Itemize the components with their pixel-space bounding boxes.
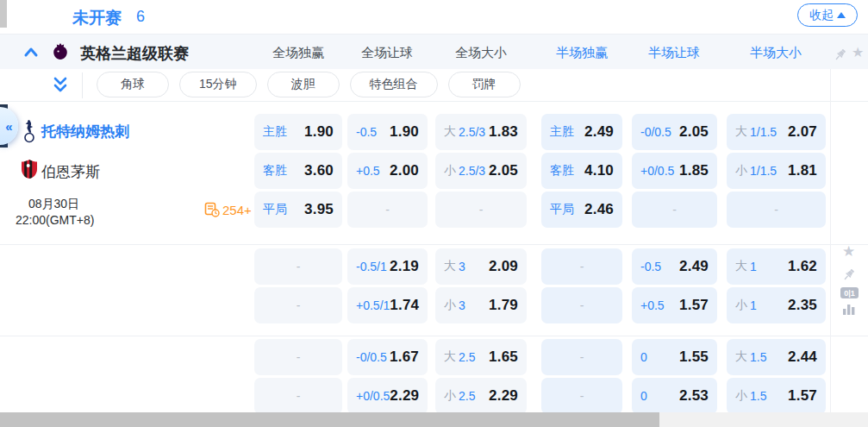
- market-header-ft-ou[interactable]: 全场大小: [440, 45, 522, 61]
- odds-cell[interactable]: +0/0.52.29: [347, 378, 428, 414]
- selection-label: 3: [459, 260, 465, 273]
- odds-cell[interactable]: -0/0.52.05: [632, 114, 717, 150]
- odds-cell[interactable]: 大32.09: [435, 248, 527, 285]
- chevron-up-icon[interactable]: [23, 46, 39, 58]
- away-team-crest-icon: [21, 159, 38, 179]
- odds-cell-empty: -: [541, 287, 622, 323]
- odds-value: 2.19: [390, 258, 419, 275]
- odds-cell[interactable]: 大1.52.44: [727, 339, 826, 375]
- odds-cell[interactable]: 大11.62: [727, 248, 826, 285]
- odds-cell[interactable]: +0/0.51.85: [632, 153, 717, 189]
- odds-cell[interactable]: 小1.51.57: [727, 378, 826, 414]
- odds-cell[interactable]: +0.52.00: [347, 153, 428, 189]
- odds-cell[interactable]: 小2.5/32.05: [435, 153, 527, 189]
- tab-correct-score[interactable]: 波胆: [267, 72, 340, 97]
- tab-15min[interactable]: 15分钟: [179, 72, 257, 97]
- divider: [0, 244, 868, 245]
- pin-icon[interactable]: [834, 48, 847, 62]
- home-team-name[interactable]: 托特纳姆热刺: [41, 122, 129, 141]
- selection-label: 1: [750, 260, 757, 273]
- favorite-star-icon[interactable]: ★: [842, 242, 855, 261]
- odds-cell[interactable]: +0.5/11.74: [347, 287, 428, 323]
- expand-sidebar-handle[interactable]: «: [0, 107, 18, 145]
- tab-cards[interactable]: 罚牌: [448, 72, 521, 97]
- odds-value: 1.57: [679, 297, 709, 314]
- selection-label: -0/0.5: [356, 350, 387, 364]
- odds-cell[interactable]: 客胜4.10: [541, 153, 622, 189]
- odds-cell[interactable]: 平局3.95: [254, 192, 342, 228]
- odds-cell[interactable]: 客胜3.60: [254, 153, 342, 189]
- odds-value: 2.46: [584, 201, 614, 218]
- odds-cell[interactable]: 大2.5/31.83: [435, 114, 527, 150]
- odds-cell[interactable]: -0/0.51.67: [347, 339, 428, 375]
- premier-league-logo-icon: [52, 42, 69, 61]
- odds-cell-empty: -: [347, 192, 428, 228]
- league-name[interactable]: 英格兰超级联赛: [80, 43, 189, 64]
- ou-direction-label: 小: [735, 388, 747, 404]
- odds-value: 1.81: [788, 162, 817, 179]
- selection-label: 主胜: [550, 124, 574, 140]
- more-markets-count: 254+: [222, 203, 252, 217]
- away-team-name[interactable]: 伯恩茅斯: [41, 162, 100, 182]
- odds-cell-empty: -: [254, 339, 342, 375]
- selection-label: 2.5: [459, 389, 475, 403]
- odds-cell[interactable]: 主胜1.90: [254, 114, 342, 150]
- odds-cell[interactable]: -0.51.90: [347, 114, 428, 150]
- divider: [0, 101, 868, 102]
- tab-specials[interactable]: 特色组合: [350, 72, 438, 97]
- odds-value: 2.07: [788, 123, 817, 141]
- double-chevron-down-icon[interactable]: [51, 75, 70, 96]
- selection-label: -0.5: [640, 260, 661, 273]
- left-scrollbar-thumb[interactable]: [0, 0, 7, 28]
- selection-label: 1/1.5: [750, 125, 777, 139]
- selection-label: 客胜: [263, 163, 287, 179]
- odds-value: 2.53: [679, 387, 709, 405]
- collapse-all-button[interactable]: 收起: [797, 3, 858, 27]
- odds-cell-empty: -: [254, 287, 342, 323]
- odds-cell[interactable]: 平局2.46: [541, 192, 622, 228]
- market-header-ft-1x2[interactable]: 全场独赢: [257, 45, 340, 61]
- selection-label: 1/1.5: [750, 164, 777, 178]
- star-icon[interactable]: ★: [852, 44, 864, 60]
- selection-label: 3: [459, 298, 465, 312]
- odds-cell[interactable]: 01.55: [632, 339, 717, 375]
- selection-label: +0/0.5: [356, 389, 390, 403]
- market-header-ht-handicap[interactable]: 半场让球: [633, 45, 715, 61]
- odds-cell[interactable]: 小2.52.29: [435, 378, 527, 414]
- odds-cell[interactable]: 大2.51.65: [435, 339, 527, 375]
- selection-label: 0: [640, 350, 647, 364]
- odds-cell[interactable]: 主胜2.49: [541, 114, 622, 150]
- odds-cell[interactable]: -0.5/12.19: [347, 248, 428, 285]
- selection-label: 主胜: [263, 124, 287, 140]
- selection-label: 平局: [550, 202, 574, 217]
- ou-direction-label: 大: [444, 259, 456, 274]
- market-header-ht-ou[interactable]: 半场大小: [734, 45, 817, 61]
- odds-cell[interactable]: 小12.35: [727, 287, 826, 323]
- collapse-all-label: 收起: [809, 8, 834, 23]
- odds-cell[interactable]: 大1/1.52.07: [727, 114, 826, 150]
- tab-corners[interactable]: 角球: [97, 72, 169, 97]
- odds-cell[interactable]: 02.53: [632, 378, 717, 414]
- odds-value: 2.05: [679, 123, 709, 141]
- market-header-ht-1x2[interactable]: 半场独赢: [540, 45, 623, 61]
- match-count: 6: [136, 8, 145, 26]
- pin-icon[interactable]: [843, 268, 856, 282]
- odds-value: 2.49: [679, 258, 709, 275]
- odds-cell-empty: -: [727, 192, 826, 228]
- odds-cell[interactable]: 小1/1.51.81: [727, 153, 826, 189]
- odds-value: 2.49: [584, 123, 614, 141]
- betting-page: 未开赛 6 收起 英格兰超级联赛 全场独赢 全场让球 全场大小 半场独赢 半场让…: [0, 0, 868, 427]
- odds-value: 1.79: [489, 297, 518, 314]
- score-badge-icon[interactable]: 0|1: [840, 287, 859, 298]
- horizontal-scrollbar-thumb[interactable]: [0, 412, 659, 427]
- odds-value: 2.00: [390, 162, 419, 179]
- odds-cell-empty: -: [541, 248, 622, 285]
- stats-bars-icon[interactable]: [842, 303, 856, 315]
- odds-cell[interactable]: +0.51.57: [632, 287, 717, 323]
- odds-cell-empty: -: [254, 378, 342, 414]
- odds-cell[interactable]: -0.52.49: [632, 248, 717, 285]
- selection-label: 0: [640, 389, 647, 403]
- market-header-ft-handicap[interactable]: 全场让球: [346, 45, 428, 61]
- selection-label: 1: [750, 298, 757, 312]
- odds-cell[interactable]: 小31.79: [435, 287, 527, 323]
